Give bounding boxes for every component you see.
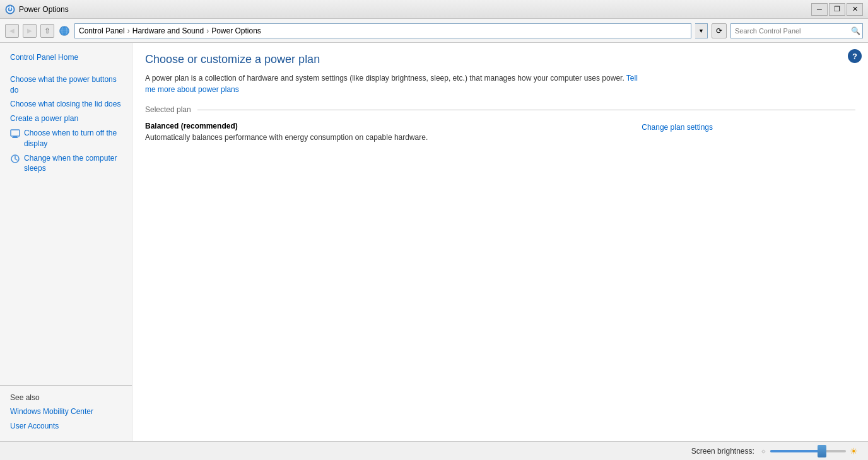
path-sep-2: › [206,26,209,35]
brightness-bright-icon: ☀ [850,446,858,456]
plan-info: Balanced (recommended) Automatically bal… [145,122,428,142]
selected-plan-line [197,110,855,110]
content-area: ? Choose or customize a power plan A pow… [132,43,868,441]
address-path: Control Panel › Hardware and Sound › Pow… [74,23,691,38]
description-text: A power plan is a collection of hardware… [145,74,625,83]
title-controls: ─ ❐ ✕ [811,3,863,16]
sidebar-home-section: Control Panel Home [0,50,132,65]
see-also-title: See also [0,391,132,405]
svg-rect-8 [12,137,18,138]
help-button[interactable]: ? [848,49,862,63]
address-dropdown[interactable]: ▼ [695,23,708,38]
forward-button[interactable]: ▶ [23,24,37,38]
display-icon [10,129,20,139]
window-title: Power Options [19,5,69,14]
control-panel-icon [59,26,69,36]
page-title: Choose or customize a power plan [145,53,855,66]
main-container: Control Panel Home Choose what the power… [0,43,868,441]
sidebar: Control Panel Home Choose what the power… [0,43,132,441]
plan-name: Balanced (recommended) [145,122,428,130]
minimize-button[interactable]: ─ [811,3,828,16]
sidebar-control-panel-home[interactable]: Control Panel Home [0,50,132,65]
plan-row: Balanced (recommended) Automatically bal… [145,122,713,142]
restore-button[interactable]: ❐ [829,3,845,16]
sidebar-top: Control Panel Home Choose what the power… [0,50,132,183]
search-box: 🔍 [730,23,863,38]
see-also-section: See also Windows Mobility Center User Ac… [0,385,132,434]
path-hardware-sound[interactable]: Hardware and Sound [132,26,204,35]
sidebar-link-create-plan[interactable]: Create a power plan [0,112,132,126]
title-bar: Power Options ─ ❐ ✕ [0,0,868,19]
sidebar-links-section: Choose what the power buttons do Choose … [0,72,132,176]
sidebar-link-turn-off-display[interactable]: Choose when to turn off the display [0,126,132,151]
slider-thumb[interactable] [818,445,826,457]
back-button[interactable]: ◀ [5,24,19,38]
brightness-slider[interactable] [770,450,846,452]
refresh-button[interactable]: ⟳ [712,23,727,38]
brightness-label: Screen brightness: [691,447,754,456]
plan-description: Automatically balances performance with … [145,133,428,142]
sidebar-link-mobility-center[interactable]: Windows Mobility Center [0,405,132,419]
page-description: A power plan is a collection of hardware… [145,72,650,95]
brightness-dim-icon: ☼ [761,447,766,454]
sidebar-link-change-sleep[interactable]: Change when the computer sleeps [0,151,132,176]
address-bar: ◀ ▶ ⇧ Control Panel › Hardware and Sound… [0,19,868,43]
sidebar-link-user-accounts[interactable]: User Accounts [0,419,132,434]
sidebar-link-choose-power-buttons[interactable]: Choose what the power buttons do [0,72,132,98]
slider-fill [770,450,823,452]
search-input[interactable] [731,27,848,35]
window-icon [5,4,15,14]
search-icon[interactable]: 🔍 [848,24,862,38]
sleep-icon [10,154,20,164]
path-sep-1: › [127,26,130,35]
title-bar-left: Power Options [5,4,69,14]
selected-plan-label: Selected plan [145,105,191,114]
sidebar-link-choose-lid[interactable]: Choose what closing the lid does [0,97,132,112]
up-button[interactable]: ⇧ [40,24,54,38]
close-button[interactable]: ✕ [847,3,863,16]
svg-rect-6 [11,130,20,136]
selected-plan-header: Selected plan [145,105,855,114]
svg-rect-7 [13,136,17,137]
bottom-bar: Screen brightness: ☼ ☀ [0,441,868,460]
brightness-slider-container: ☼ ☀ [761,446,858,456]
path-power-options: Power Options [211,26,261,35]
change-plan-link[interactable]: Change plan settings [642,122,713,132]
path-control-panel[interactable]: Control Panel [79,26,125,35]
